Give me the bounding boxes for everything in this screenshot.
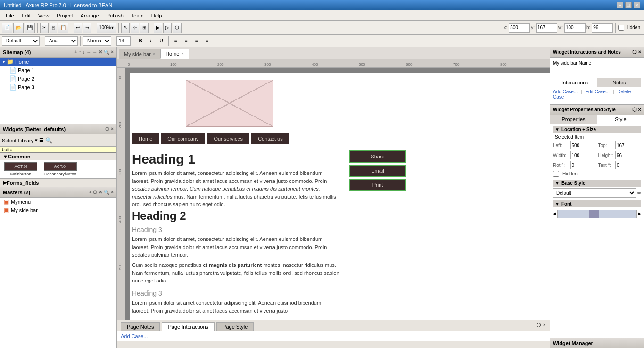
italic-btn[interactable]: I xyxy=(146,36,156,46)
share-btn-share[interactable]: Share xyxy=(349,150,406,163)
forms-group-header[interactable]: ▶ Forms_fields xyxy=(0,178,116,187)
top-input[interactable] xyxy=(615,141,641,149)
hidden-checkbox[interactable] xyxy=(618,25,624,31)
collapse-base-icon[interactable]: ▼ xyxy=(555,181,560,186)
sitemap-up-icon[interactable]: ↑ xyxy=(79,50,81,55)
add-case-btn[interactable]: Add Case... xyxy=(553,89,578,94)
expand-arrow-home[interactable]: ▼ xyxy=(2,60,6,64)
font-size-input[interactable] xyxy=(116,36,131,46)
redo-btn[interactable]: ↪ xyxy=(83,23,91,33)
zoom-dropdown[interactable]: 100%▾ xyxy=(97,23,116,33)
tab-style[interactable]: Style xyxy=(597,115,644,124)
interactions-expand-icon[interactable]: ⬡ xyxy=(632,49,637,55)
sitemap-item-page1[interactable]: 📄 Page 1 xyxy=(0,66,116,75)
tab-mysidebar[interactable]: My side bar × xyxy=(119,49,160,59)
width-input[interactable] xyxy=(570,151,596,159)
paste-btn[interactable]: 📋 xyxy=(58,23,68,33)
tab-page-style[interactable]: Page Style xyxy=(216,322,254,331)
sitemap-indent-icon[interactable]: → xyxy=(86,50,91,55)
hidden-prop-checkbox[interactable] xyxy=(553,171,559,177)
bold-btn[interactable]: B xyxy=(136,36,145,46)
tab-page-notes[interactable]: Page Notes xyxy=(121,322,160,331)
tab-home-close[interactable]: × xyxy=(181,51,183,56)
align-right-btn[interactable]: ≡ xyxy=(192,36,201,46)
nav-btn-company[interactable]: Our company xyxy=(161,133,205,144)
add-case-link[interactable]: Add Case... xyxy=(121,333,148,339)
tab-notes[interactable]: Notes xyxy=(597,78,641,87)
masters-add-icon[interactable]: + xyxy=(89,190,91,195)
align-dropdown[interactable]: Normal xyxy=(83,36,111,46)
rot-input[interactable] xyxy=(570,161,596,169)
menu-file[interactable]: File xyxy=(2,12,18,19)
share-btn-email[interactable]: Email xyxy=(349,165,406,177)
widget-mainbutton[interactable]: ACT.0! Mainbutton xyxy=(2,162,40,176)
collapse-icon[interactable]: ▼ xyxy=(555,127,560,132)
widget-search-input[interactable] xyxy=(0,147,116,153)
sitemap-down-icon[interactable]: ↓ xyxy=(83,50,85,55)
widget-secondarybutton[interactable]: ACT.0! Secondarybutton xyxy=(41,162,79,176)
master-item-sidebar[interactable]: ▣ My side bar xyxy=(0,206,116,215)
props-close-icon[interactable]: × xyxy=(638,107,641,113)
widgets-menu-icon[interactable]: ☰ xyxy=(39,137,44,143)
widget-name-input[interactable] xyxy=(553,67,641,76)
base-style-dropdown[interactable]: Default xyxy=(553,188,636,198)
copy-btn[interactable]: ⎘ xyxy=(50,23,57,33)
h-input[interactable] xyxy=(592,23,613,33)
menu-team[interactable]: Team xyxy=(127,12,148,19)
undo-btn[interactable]: ↩ xyxy=(74,23,82,33)
height-input[interactable] xyxy=(615,151,641,159)
left-input[interactable] xyxy=(570,141,596,149)
font-scrollbar[interactable] xyxy=(557,210,637,218)
menu-publish[interactable]: Publish xyxy=(103,12,127,19)
new-btn[interactable]: 📄 xyxy=(2,23,12,33)
y-input[interactable] xyxy=(536,23,557,33)
sitemap-item-page2[interactable]: 📄 Page 2 xyxy=(0,75,116,83)
common-group-header[interactable]: ▼ Common xyxy=(0,153,116,160)
minimize-btn[interactable]: – xyxy=(617,2,623,8)
save-btn[interactable]: 💾 xyxy=(25,23,35,33)
sitemap-item-home[interactable]: ▼ 📁 Home xyxy=(0,58,116,66)
masters-search-icon[interactable]: 🔍 xyxy=(104,190,109,195)
masters-icons2[interactable]: ⬡ xyxy=(93,190,97,195)
edit-case-btn[interactable]: Edit Case... xyxy=(585,89,610,94)
menu-view[interactable]: View xyxy=(34,12,53,19)
maximize-btn[interactable]: □ xyxy=(625,2,632,8)
crop-btn[interactable]: ⊞ xyxy=(140,23,149,33)
close-btn[interactable]: ✕ xyxy=(634,2,640,8)
x-input[interactable] xyxy=(509,23,530,33)
masters-close-icon[interactable]: × xyxy=(111,190,114,195)
master-item-mymenu[interactable]: ▣ Mymenu xyxy=(0,198,116,206)
widgets-search-icon[interactable]: 🔍 xyxy=(45,137,52,144)
style-dropdown[interactable]: Default xyxy=(2,36,40,46)
collapse-font-icon[interactable]: ▼ xyxy=(555,201,560,207)
align-justify-btn[interactable]: ≡ xyxy=(202,36,212,46)
align-left-btn[interactable]: ≡ xyxy=(171,36,181,46)
align-center-btn[interactable]: ≡ xyxy=(182,36,191,46)
tab-properties[interactable]: Properties xyxy=(550,115,597,124)
masters-delete-icon[interactable]: ✕ xyxy=(99,190,102,195)
tab-page-interactions[interactable]: Page Interactions xyxy=(162,322,215,331)
sitemap-item-page3[interactable]: 📄 Page 3 xyxy=(0,83,116,91)
tab-home[interactable]: Home × xyxy=(160,49,189,59)
menu-help[interactable]: Help xyxy=(148,12,166,19)
library-dropdown-icon[interactable]: ▾ xyxy=(35,137,38,143)
sitemap-close-icon[interactable]: × xyxy=(111,50,114,55)
sitemap-search-icon[interactable]: 🔍 xyxy=(104,50,109,55)
preview-btn[interactable]: ▷ xyxy=(163,23,172,33)
open-btn[interactable]: 📂 xyxy=(13,23,24,33)
text-input[interactable] xyxy=(615,161,641,169)
scroll-left-icon[interactable]: ◀ xyxy=(553,211,556,216)
tab-interactions[interactable]: Interactions xyxy=(553,78,597,87)
font-dropdown[interactable]: Arial xyxy=(45,36,78,46)
props-expand-icon[interactable]: ⬡ xyxy=(632,107,637,113)
interactions-close-icon[interactable]: × xyxy=(638,49,641,55)
menu-arrange[interactable]: Arrange xyxy=(77,12,103,19)
play-btn[interactable]: ▶ xyxy=(154,23,162,33)
nav-btn-home[interactable]: Home xyxy=(132,133,159,144)
connect-btn[interactable]: ⊹ xyxy=(131,23,139,33)
widgets-expand-icon[interactable]: ⬡ xyxy=(105,126,109,132)
nav-btn-services[interactable]: Our services xyxy=(207,133,249,144)
scroll-right-icon[interactable]: ▶ xyxy=(638,211,641,216)
menu-project[interactable]: Project xyxy=(53,12,76,19)
share-btn[interactable]: ⬡ xyxy=(173,23,182,33)
